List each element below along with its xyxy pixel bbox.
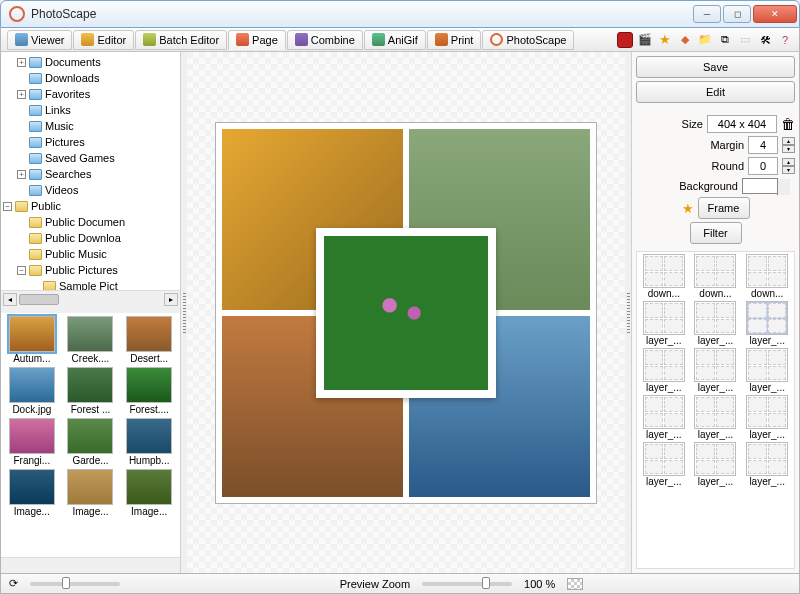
menu-icon[interactable]: [617, 32, 633, 48]
thumbnail[interactable]: [9, 367, 55, 403]
maximize-button[interactable]: ◻: [723, 5, 751, 23]
collage-center-cell[interactable]: [316, 228, 496, 398]
thumbnail[interactable]: [67, 418, 113, 454]
tree-item[interactable]: Downloads: [45, 70, 99, 86]
minimize-button[interactable]: ─: [693, 5, 721, 23]
thumbnail[interactable]: [126, 469, 172, 505]
tree-item[interactable]: Videos: [45, 182, 78, 198]
save-button[interactable]: Save: [636, 56, 795, 78]
transparency-icon[interactable]: [567, 578, 583, 590]
thumbnail[interactable]: [126, 418, 172, 454]
tree-item[interactable]: Pictures: [45, 134, 85, 150]
tree-item[interactable]: Saved Games: [45, 150, 115, 166]
tab-batch-editor[interactable]: Batch Editor: [135, 30, 227, 50]
batch-icon: [143, 33, 156, 46]
bottom-bar: ⟳ Preview Zoom 100 %: [0, 574, 800, 594]
tab-page[interactable]: Page: [228, 30, 286, 50]
size-value[interactable]: 404 x 404: [707, 115, 777, 133]
photoscape-icon: [490, 33, 503, 46]
zoom-slider[interactable]: [422, 582, 512, 586]
film-icon[interactable]: 🎬: [637, 32, 653, 48]
template-item[interactable]: [746, 301, 788, 335]
tree-item[interactable]: Searches: [45, 166, 91, 182]
page-collage[interactable]: [216, 123, 596, 503]
margin-spinner[interactable]: ▴▾: [782, 137, 795, 153]
template-item[interactable]: [643, 301, 685, 335]
close-button[interactable]: ✕: [753, 5, 797, 23]
round-value[interactable]: 0: [748, 157, 778, 175]
tree-item[interactable]: Public: [31, 198, 61, 214]
paste-icon[interactable]: ▭: [737, 32, 753, 48]
template-item[interactable]: [643, 254, 685, 288]
template-item[interactable]: [643, 442, 685, 476]
thumbnail[interactable]: [9, 316, 55, 352]
copy-icon[interactable]: ⧉: [717, 32, 733, 48]
template-item[interactable]: [746, 348, 788, 382]
thumbnail[interactable]: [126, 367, 172, 403]
thumbs-scrollbar[interactable]: [1, 557, 180, 573]
margin-value[interactable]: 4: [748, 136, 778, 154]
combine-icon: [295, 33, 308, 46]
favorite-icon[interactable]: ★: [682, 201, 694, 216]
frame-button[interactable]: Frame: [698, 197, 750, 219]
thumbnail[interactable]: [9, 418, 55, 454]
refresh-icon[interactable]: ⟳: [9, 577, 18, 590]
tools-icon[interactable]: 🛠: [757, 32, 773, 48]
template-item[interactable]: [694, 254, 736, 288]
tab-label: Page: [252, 34, 278, 46]
tab-combine[interactable]: Combine: [287, 30, 363, 50]
thumbnail[interactable]: [67, 316, 113, 352]
tree-item[interactable]: Links: [45, 102, 71, 118]
tree-item[interactable]: Music: [45, 118, 74, 134]
thumbnail-size-slider[interactable]: [30, 582, 120, 586]
template-item[interactable]: [694, 348, 736, 382]
template-item[interactable]: [643, 395, 685, 429]
thumb-label: Desert...: [130, 353, 168, 364]
tree-scrollbar[interactable]: ◂▸: [1, 290, 180, 307]
viewer-icon: [15, 33, 28, 46]
trash-icon[interactable]: 🗑: [781, 116, 795, 132]
tree-item[interactable]: Favorites: [45, 86, 90, 102]
template-item[interactable]: [746, 395, 788, 429]
background-color-picker[interactable]: [742, 178, 778, 194]
thumbnail[interactable]: [126, 316, 172, 352]
tab-viewer[interactable]: Viewer: [7, 30, 72, 50]
tab-print[interactable]: Print: [427, 30, 482, 50]
size-label: Size: [682, 118, 703, 130]
folder-open-icon[interactable]: 📁: [697, 32, 713, 48]
tree-item[interactable]: Public Documen: [45, 214, 125, 230]
left-panel: +Documents Downloads +Favorites Links Mu…: [1, 52, 181, 573]
tree-item[interactable]: Documents: [45, 54, 101, 70]
tab-photoscape[interactable]: PhotoScape: [482, 30, 574, 50]
tree-item[interactable]: Public Music: [45, 246, 107, 262]
folder-tree[interactable]: +Documents Downloads +Favorites Links Mu…: [1, 52, 180, 290]
edit-button[interactable]: Edit: [636, 81, 795, 103]
tab-label: Editor: [97, 34, 126, 46]
thumb-label: Forest ...: [71, 404, 110, 415]
template-item[interactable]: [746, 254, 788, 288]
template-item[interactable]: [694, 442, 736, 476]
star-icon[interactable]: ★: [657, 32, 673, 48]
tree-item[interactable]: Public Downloa: [45, 230, 121, 246]
tree-item[interactable]: Sample Pict: [59, 278, 118, 290]
thumbnail[interactable]: [9, 469, 55, 505]
tab-label: AniGif: [388, 34, 418, 46]
canvas-area[interactable]: [187, 52, 625, 573]
template-item[interactable]: [694, 395, 736, 429]
template-item[interactable]: [746, 442, 788, 476]
thumbnail[interactable]: [67, 469, 113, 505]
thumb-label: Dock.jpg: [12, 404, 51, 415]
help-icon[interactable]: ?: [777, 32, 793, 48]
main-area: +Documents Downloads +Favorites Links Mu…: [0, 52, 800, 574]
thumbnail[interactable]: [67, 367, 113, 403]
template-item[interactable]: [694, 301, 736, 335]
tab-anigif[interactable]: AniGif: [364, 30, 426, 50]
thumb-label: Autum...: [13, 353, 50, 364]
filter-button[interactable]: Filter: [690, 222, 742, 244]
template-item[interactable]: [643, 348, 685, 382]
round-spinner[interactable]: ▴▾: [782, 158, 795, 174]
bookmark-icon[interactable]: ◆: [677, 32, 693, 48]
tab-label: PhotoScape: [506, 34, 566, 46]
tree-item[interactable]: Public Pictures: [45, 262, 118, 278]
tab-editor[interactable]: Editor: [73, 30, 134, 50]
